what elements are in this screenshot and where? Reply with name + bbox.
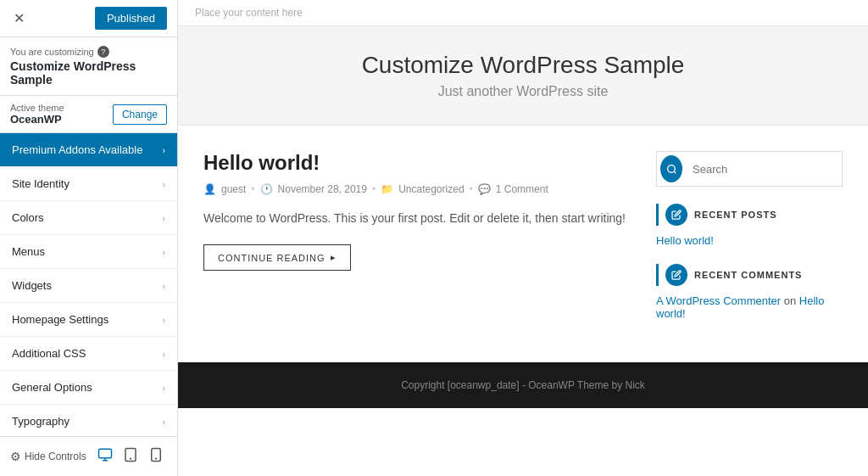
site-title: Customize WordPress Sample [195,52,851,79]
meta-sep: • [251,183,254,195]
recent-comments-title: RECENT COMMENTS [694,270,802,280]
continue-reading-label: CONTINUE READING [218,253,326,263]
sidebar-header: ✕ Published [0,0,177,37]
nav-item-label-colors: Colors [12,211,44,224]
help-icon[interactable]: ? [97,46,109,58]
date-icon: 🕐 [260,183,273,195]
desktop-icon [97,447,113,462]
post-comments: 1 Comment [496,183,548,195]
chevron-icon: › [162,179,165,189]
svg-point-7 [667,165,675,172]
nav-item-label-homepage-settings: Homepage Settings [12,313,108,326]
preview-top-bar: Place your content here [178,0,868,26]
tablet-device-button[interactable] [120,444,142,469]
meta-sep: • [372,183,376,195]
top-bar-text: Place your content here [195,7,303,19]
category-icon: 📁 [381,183,393,195]
comment-icon: 💬 [478,183,491,195]
post-category: Uncategorized [398,183,464,195]
recent-posts-widget: RECENT POSTS Hello world! [656,204,843,247]
chevron-icon: › [162,383,165,393]
nav-item-label-site-identity: Site Identity [12,177,70,190]
nav-item-label-additional-css: Additional CSS [12,347,86,360]
close-button[interactable]: ✕ [10,7,28,30]
post-date: November 28, 2019 [278,183,367,195]
nav-item-additional-css[interactable]: Additional CSS › [0,337,177,371]
continue-reading-button[interactable]: CONTINUE READING ▸ [203,244,351,271]
active-theme-label: Active theme [10,103,64,113]
svg-line-8 [674,171,676,173]
chevron-icon: › [162,213,165,223]
hide-controls-button[interactable]: ⚙ Hide Controls [10,450,86,463]
recent-comments-header: RECENT COMMENTS [656,264,843,286]
sidebar-footer: ⚙ Hide Controls [0,436,177,476]
search-box [656,151,843,187]
nav-item-general-options[interactable]: General Options › [0,371,177,405]
hide-controls-label: Hide Controls [25,451,86,462]
sidebar-nav: Premium Addons Available › Site Identity… [0,133,177,436]
mobile-icon [148,447,164,462]
nav-item-label-typography: Typography [12,415,70,428]
nav-item-colors[interactable]: Colors › [0,201,177,235]
chevron-icon: › [162,315,165,325]
author-icon: 👤 [203,183,216,195]
nav-item-label-premium: Premium Addons Available [12,143,142,156]
nav-item-menus[interactable]: Menus › [0,235,177,269]
meta-sep: • [470,183,473,195]
mobile-device-button[interactable] [145,444,167,469]
preview-panel: Place your content here Customize WordPr… [178,0,868,476]
tablet-icon [123,447,138,462]
recent-posts-header: RECENT POSTS [656,204,843,226]
desktop-device-button[interactable] [94,444,116,469]
recent-comment-text: A WordPress Commenter on Hello world! [656,294,843,320]
search-input[interactable] [686,156,842,182]
settings-icon: ⚙ [10,450,21,463]
close-icon: ✕ [14,10,25,26]
post-author: guest [221,183,246,195]
chevron-icon: › [162,281,165,291]
commenter-link[interactable]: A WordPress Commenter [656,294,781,307]
customizer-sidebar: ✕ Published You are customizing ? Custom… [0,0,178,476]
footer-text: Copyright [oceanwp_date] - OceanWP Theme… [401,379,645,391]
recent-post-link[interactable]: Hello world! [656,234,843,247]
active-theme-name: OceanWP [10,113,64,126]
post-title: Hello world! [203,151,631,175]
recent-comments-icon [665,264,687,286]
customizing-label: You are customizing ? [10,46,167,58]
nav-item-site-identity[interactable]: Site Identity › [0,167,177,201]
main-content: Hello world! 👤 guest • 🕐 November 28, 20… [203,151,631,337]
customizing-info: You are customizing ? Customize WordPres… [0,37,177,96]
site-content: Hello world! 👤 guest • 🕐 November 28, 20… [178,126,868,362]
post-meta: 👤 guest • 🕐 November 28, 2019 • 📁 Uncate… [203,183,631,195]
chevron-icon: › [162,349,165,359]
site-tagline: Just another WordPress site [195,84,851,99]
comment-on-text: on [784,294,799,307]
publish-button[interactable]: Published [95,7,167,30]
nav-item-typography[interactable]: Typography › [0,405,177,436]
search-icon [660,155,682,182]
arrow-right-icon: ▸ [331,252,337,263]
chevron-icon: › [162,247,165,257]
nav-item-widgets[interactable]: Widgets › [0,269,177,303]
post-excerpt: Welcome to WordPress. This is your first… [203,209,631,227]
change-theme-button[interactable]: Change [113,104,167,125]
active-theme-bar: Active theme OceanWP Change [0,96,177,133]
customizing-title: Customize WordPress Sample [10,59,167,87]
nav-item-label-general-options: General Options [12,381,92,394]
nav-item-label-menus: Menus [12,245,45,258]
site-footer: Copyright [oceanwp_date] - OceanWP Theme… [178,362,868,408]
recent-posts-icon [665,204,687,226]
nav-item-homepage-settings[interactable]: Homepage Settings › [0,303,177,337]
device-buttons [94,444,167,469]
chevron-icon: › [162,417,165,427]
nav-item-premium[interactable]: Premium Addons Available › [0,133,177,167]
sidebar-widgets: RECENT POSTS Hello world! RECENT COMMENT… [656,151,843,337]
svg-rect-0 [99,449,112,458]
active-theme-info: Active theme OceanWP [10,103,64,126]
chevron-icon: › [162,145,165,155]
recent-posts-title: RECENT POSTS [694,210,777,220]
site-header-banner: Customize WordPress Sample Just another … [178,26,868,126]
recent-comments-widget: RECENT COMMENTS A WordPress Commenter on… [656,264,843,320]
nav-item-label-widgets: Widgets [12,279,52,292]
footer-left: ⚙ Hide Controls [10,450,87,463]
